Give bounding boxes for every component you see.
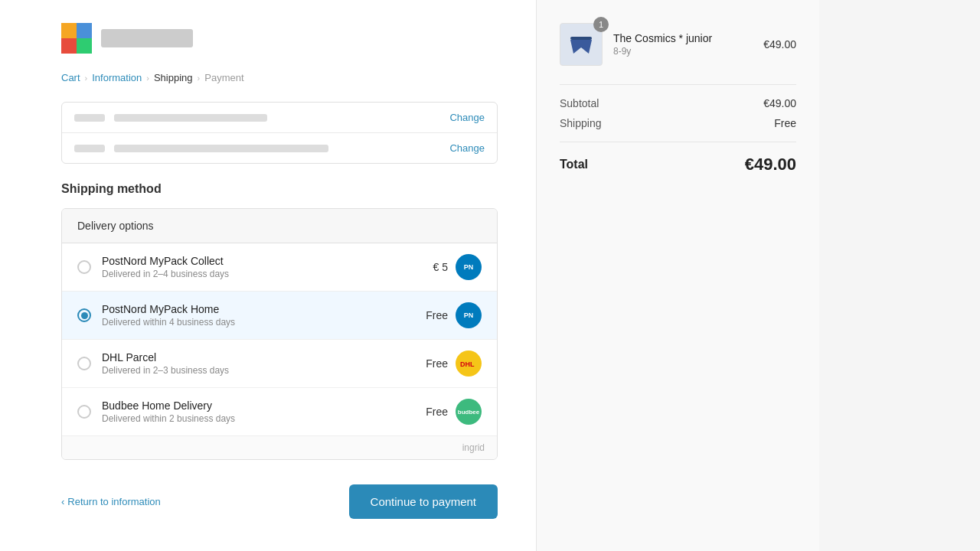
postnord-home-info: PostNord MyPack Home Delivered within 4 … xyxy=(102,303,415,328)
subtotal-value: €49.00 xyxy=(763,97,796,109)
address-label-placeholder xyxy=(74,145,105,152)
contact-value-placeholder xyxy=(114,114,267,122)
address-info-row: Change xyxy=(62,133,497,163)
item-details: The Cosmics * junior 8-9y xyxy=(613,32,753,57)
postnord-collect-name: PostNord MyPack Collect xyxy=(102,255,423,267)
budbee-price: Free xyxy=(426,406,448,418)
svg-text:DHL: DHL xyxy=(460,360,475,367)
postnord-collect-price-area: € 5 PN xyxy=(433,254,482,280)
delivery-option-postnord-collect[interactable]: PostNord MyPack Collect Delivered in 2–4… xyxy=(62,243,497,292)
logo-area xyxy=(61,23,498,54)
delivery-options-box: Delivery options PostNord MyPack Collect… xyxy=(61,208,498,460)
total-label: Total xyxy=(560,158,588,171)
delivery-options-header: Delivery options xyxy=(62,209,497,243)
ingrid-attribution: ingrid xyxy=(62,435,497,459)
chevron-left-icon: ‹ xyxy=(61,496,64,507)
breadcrumb-shipping: Shipping xyxy=(154,72,193,83)
item-qty-badge: 1 xyxy=(593,17,609,32)
address-info-left xyxy=(74,145,328,152)
divider-2 xyxy=(560,142,796,142)
budbee-price-area: Free budbee xyxy=(426,399,482,425)
breadcrumb-payment: Payment xyxy=(204,72,243,83)
radio-dhl[interactable] xyxy=(77,357,91,370)
item-image-wrap: 1 xyxy=(560,23,603,66)
divider-1 xyxy=(560,84,796,85)
logo-text xyxy=(101,29,193,47)
radio-postnord-home[interactable] xyxy=(77,308,91,322)
budbee-info: Budbee Home Delivery Delivered within 2 … xyxy=(102,399,415,424)
radio-budbee[interactable] xyxy=(77,405,91,419)
postnord-home-name: PostNord MyPack Home xyxy=(102,303,415,315)
continue-to-payment-button[interactable]: Continue to payment xyxy=(349,484,498,519)
contact-change-link[interactable]: Change xyxy=(449,112,485,123)
postnord-collect-price: € 5 xyxy=(433,261,448,273)
shipping-row: Shipping Free xyxy=(560,117,796,129)
total-row: Total €49.00 xyxy=(560,155,796,174)
subtotal-label: Subtotal xyxy=(560,97,599,109)
dhl-info: DHL Parcel Delivered in 2–3 business day… xyxy=(102,351,415,376)
contact-label-placeholder xyxy=(74,114,105,122)
postnord-home-price: Free xyxy=(426,309,448,321)
radio-postnord-home-inner xyxy=(81,312,88,319)
contact-info-left xyxy=(74,114,267,122)
breadcrumb-sep-2: › xyxy=(146,73,149,83)
total-value: €49.00 xyxy=(745,155,796,174)
budbee-name: Budbee Home Delivery xyxy=(102,399,415,412)
postnord-collect-badge: PN xyxy=(456,254,482,280)
shipping-value: Free xyxy=(774,117,796,129)
delivery-option-postnord-home[interactable]: PostNord MyPack Home Delivered within 4 … xyxy=(62,292,497,340)
budbee-badge: budbee xyxy=(456,399,482,425)
logo-icon xyxy=(61,23,92,54)
bottom-nav: ‹ Return to information Continue to paym… xyxy=(61,484,498,519)
breadcrumb-sep-3: › xyxy=(198,73,201,83)
left-panel: Cart › Information › Shipping › Payment … xyxy=(0,0,536,551)
right-panel: 1 The Cosmics * junior 8-9y €49.00 Subto… xyxy=(536,0,819,551)
return-link-label: Return to information xyxy=(67,496,160,507)
dhl-price: Free xyxy=(426,357,448,370)
dhl-price-area: Free DHL xyxy=(426,350,482,377)
breadcrumb-information[interactable]: Information xyxy=(92,72,142,83)
dhl-name: DHL Parcel xyxy=(102,351,415,364)
postnord-home-badge: PN xyxy=(456,302,482,328)
postnord-home-desc: Delivered within 4 business days xyxy=(102,317,415,328)
delivery-option-budbee[interactable]: Budbee Home Delivery Delivered within 2 … xyxy=(62,388,497,435)
postnord-collect-info: PostNord MyPack Collect Delivered in 2–4… xyxy=(102,255,423,279)
item-name: The Cosmics * junior xyxy=(613,32,753,44)
shipping-method-title: Shipping method xyxy=(61,182,498,196)
delivery-option-dhl[interactable]: DHL Parcel Delivered in 2–3 business day… xyxy=(62,340,497,388)
breadcrumb-cart[interactable]: Cart xyxy=(61,72,80,83)
budbee-desc: Delivered within 2 business days xyxy=(102,413,415,424)
svg-rect-1 xyxy=(570,37,592,40)
radio-postnord-collect[interactable] xyxy=(77,260,91,274)
dhl-desc: Delivered in 2–3 business days xyxy=(102,365,415,376)
shipping-label: Shipping xyxy=(560,117,602,129)
subtotal-row: Subtotal €49.00 xyxy=(560,97,796,109)
dhl-badge: DHL xyxy=(456,350,482,377)
item-variant: 8-9y xyxy=(613,46,753,57)
address-value-placeholder xyxy=(114,145,328,152)
contact-info-row: Change xyxy=(62,103,497,133)
order-item: 1 The Cosmics * junior 8-9y €49.00 xyxy=(560,23,796,66)
address-change-link[interactable]: Change xyxy=(449,142,485,154)
item-price: €49.00 xyxy=(763,38,796,51)
customer-info-box: Change Change xyxy=(61,102,498,164)
breadcrumb-sep-1: › xyxy=(85,73,88,83)
postnord-home-price-area: Free PN xyxy=(426,302,482,328)
shorts-icon xyxy=(567,31,595,58)
postnord-collect-desc: Delivered in 2–4 business days xyxy=(102,269,423,279)
breadcrumb: Cart › Information › Shipping › Payment xyxy=(61,72,498,83)
return-to-information-link[interactable]: ‹ Return to information xyxy=(61,496,161,507)
